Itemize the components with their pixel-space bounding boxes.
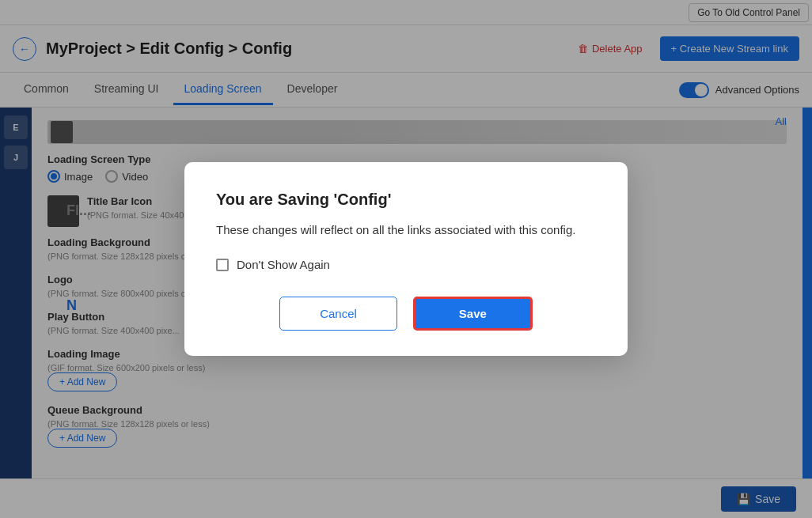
modal-checkbox-row: Don't Show Again — [216, 258, 596, 271]
dont-show-again-label: Don't Show Again — [237, 258, 330, 271]
dont-show-again-checkbox[interactable] — [216, 259, 229, 271]
modal-cancel-button[interactable]: Cancel — [279, 297, 397, 331]
modal-buttons: Cancel Save — [216, 297, 596, 331]
modal-save-button[interactable]: Save — [413, 297, 533, 331]
modal-overlay: You are Saving 'Config' These changes wi… — [0, 0, 812, 518]
modal-dialog: You are Saving 'Config' These changes wi… — [184, 162, 628, 357]
modal-title: You are Saving 'Config' — [216, 191, 596, 209]
modal-body: These changes will reflect on all the li… — [216, 221, 596, 240]
